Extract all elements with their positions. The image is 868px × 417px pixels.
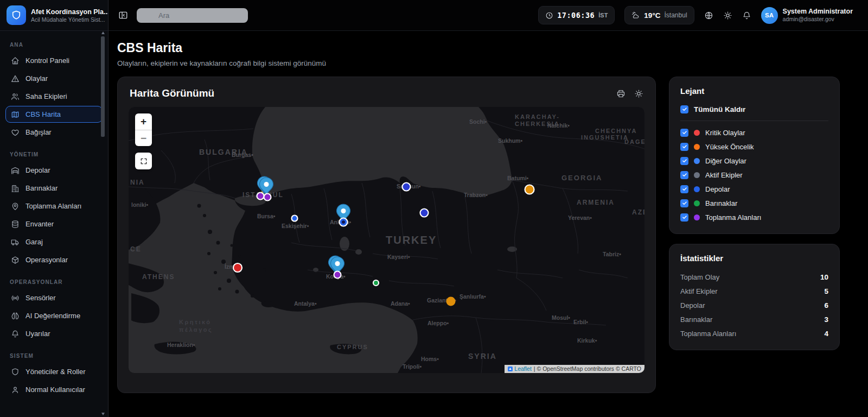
map-label: Burgas• [232, 151, 253, 158]
stat-value: 5 [824, 287, 828, 295]
legend-toggle-all-row[interactable]: Tümünü Kaldır [680, 103, 828, 116]
print-map-button[interactable] [616, 89, 626, 98]
legend-panel: Lejant Tümünü Kaldır Kritik OlaylarYükse… [669, 77, 840, 234]
brain-icon [11, 312, 20, 320]
map-label: Sukhum• [498, 137, 522, 144]
user-menu[interactable]: SA System Administrator admin@disaster.g… [761, 7, 853, 24]
scroll-down-arrow[interactable] [101, 413, 105, 415]
sidebar-item-label: Kontrol Paneli [25, 56, 69, 65]
avatar[interactable]: SA [761, 7, 778, 24]
map-circle-marker[interactable] [233, 263, 242, 272]
map-label: Şanlıurfa• [459, 293, 486, 300]
map-lake [355, 249, 362, 255]
legend-divider [680, 121, 828, 121]
map-label: Mosul• [552, 314, 570, 321]
legend-checkbox[interactable] [680, 213, 688, 222]
scroll-up-arrow[interactable] [101, 31, 105, 34]
map-label: Trabzon• [464, 192, 488, 198]
sidebar-item-barinaklar[interactable]: Barınaklar [5, 180, 103, 197]
statistics-panel: İstatistikler Toplam Olay10Aktif Ekipler… [669, 244, 840, 350]
map-canvas[interactable]: BULGARIABurgas•NIAloniki•CEISTANBULBursa… [129, 107, 644, 373]
zoom-in-button[interactable]: + [135, 113, 152, 130]
legend-checkbox[interactable] [680, 143, 688, 151]
sidebar-item-saha-ekipleri[interactable]: Saha Ekipleri [5, 88, 103, 105]
check-icon [682, 172, 687, 178]
nav-section-label: SISTEM [10, 353, 98, 359]
sidebar-item-olaylar[interactable]: Olaylar [5, 70, 103, 87]
sidebar-scrollbar[interactable] [101, 31, 105, 415]
map-circle-marker[interactable] [403, 183, 411, 191]
sidebar-item-yoneticiler-roller[interactable]: Yöneticiler & Roller [5, 363, 103, 380]
sidebar-item-toplanma-alanlari[interactable]: Toplanma Alanları [5, 198, 103, 214]
sidebar-toggle-button[interactable] [118, 10, 128, 20]
toggle-all-checkbox[interactable] [680, 105, 688, 113]
legend-item-label: Depolar [705, 185, 730, 193]
legend-checkbox[interactable] [680, 171, 688, 179]
legend-item: Yüksek Öncelik [680, 140, 828, 154]
page-title: CBS Harita [117, 41, 840, 55]
sidebar-item-depolar[interactable]: Depolar [5, 162, 103, 179]
fullscreen-button[interactable] [135, 153, 152, 169]
map-zoom-control: + − [135, 113, 152, 146]
map-theme-button[interactable] [634, 89, 643, 98]
alert-triangle-icon [11, 74, 20, 83]
sidebar-item-envanter[interactable]: Envanter [5, 216, 103, 232]
map-circle-marker[interactable] [373, 280, 379, 286]
printer-icon [616, 89, 626, 98]
legend-item-label: Aktif Ekipler [705, 171, 743, 179]
map-label: KARACHAY- [515, 113, 560, 120]
map-icon [11, 110, 20, 119]
map-label: AZER [632, 208, 644, 216]
map-card-actions [616, 89, 643, 98]
stat-value: 6 [824, 301, 828, 309]
map-islet [249, 285, 253, 288]
zoom-out-button[interactable]: − [135, 130, 152, 146]
stat-label: Aktif Ekipler [680, 287, 718, 295]
map-label: Kayseri• [387, 254, 410, 260]
language-globe-button[interactable] [704, 11, 713, 20]
sidebar-item-operasyonlar[interactable]: Operasyonlar [5, 251, 103, 268]
sidebar-item-bagislar[interactable]: Bağışlar [5, 124, 103, 141]
legend-checkbox[interactable] [680, 157, 688, 165]
map-circle-marker[interactable] [525, 185, 534, 194]
scrollbar-thumb[interactable] [101, 36, 105, 137]
legend-checkbox[interactable] [680, 185, 688, 193]
legend-checkbox[interactable] [680, 199, 688, 207]
map-label: CYPRUS [337, 344, 368, 350]
legend-color-dot [694, 144, 700, 150]
sidebar-item-label: Bağışlar [25, 128, 52, 136]
map-label: Homs• [421, 356, 439, 362]
map-circle-marker[interactable] [292, 216, 298, 222]
sidebar-item-label: CBS Harita [25, 110, 61, 118]
sidebar-item-ai-degerlendirme[interactable]: AI Değerlendirme [5, 307, 103, 324]
map-circle-marker[interactable] [334, 271, 341, 279]
leaflet-link[interactable]: Leaflet [508, 365, 532, 372]
map-circle-marker[interactable] [446, 297, 456, 306]
sidebar-item-garaj[interactable]: Garaj [5, 233, 103, 250]
sidebar-item-sensorler[interactable]: Sensörler [5, 289, 103, 306]
leaflet-map[interactable]: BULGARIABurgas•NIAloniki•CEISTANBULBursa… [129, 107, 644, 373]
sidebar-item-kontrol-paneli[interactable]: Kontrol Paneli [5, 52, 103, 69]
theme-toggle-button[interactable] [723, 11, 732, 20]
topbar-right: 17:06:36 İST 19°C İstanbul SA System Adm… [538, 6, 853, 24]
notifications-button[interactable] [742, 11, 751, 20]
map-label: loniki• [131, 201, 148, 208]
sidebar-item-cbs-harita[interactable]: CBS Harita [5, 106, 103, 123]
sun-icon [634, 89, 643, 98]
map-circle-marker[interactable] [264, 194, 271, 201]
map-label: Kirkuk• [577, 337, 597, 344]
legend-checkbox[interactable] [680, 129, 688, 137]
search-input[interactable] [137, 8, 248, 23]
sidebar-item-uyarilar[interactable]: Uyarılar [5, 325, 103, 342]
legend-item: Aktif Ekipler [680, 168, 828, 182]
right-column: Lejant Tümünü Kaldır Kritik OlaylarYükse… [669, 77, 840, 393]
sidebar-item-label: Saha Ekipleri [25, 92, 67, 100]
stat-row: Toplanma Alanları4 [680, 326, 828, 340]
legend-color-dot [694, 214, 700, 220]
stat-value: 3 [824, 315, 828, 324]
map-circle-marker[interactable] [257, 193, 264, 200]
legend-item-label: Diğer Olaylar [705, 157, 746, 165]
nav-section-label: ANA [10, 42, 98, 48]
sidebar-item-normal-kullanicilar[interactable]: Normal Kullanıcılar [5, 381, 103, 398]
map-circle-marker[interactable] [420, 209, 429, 217]
